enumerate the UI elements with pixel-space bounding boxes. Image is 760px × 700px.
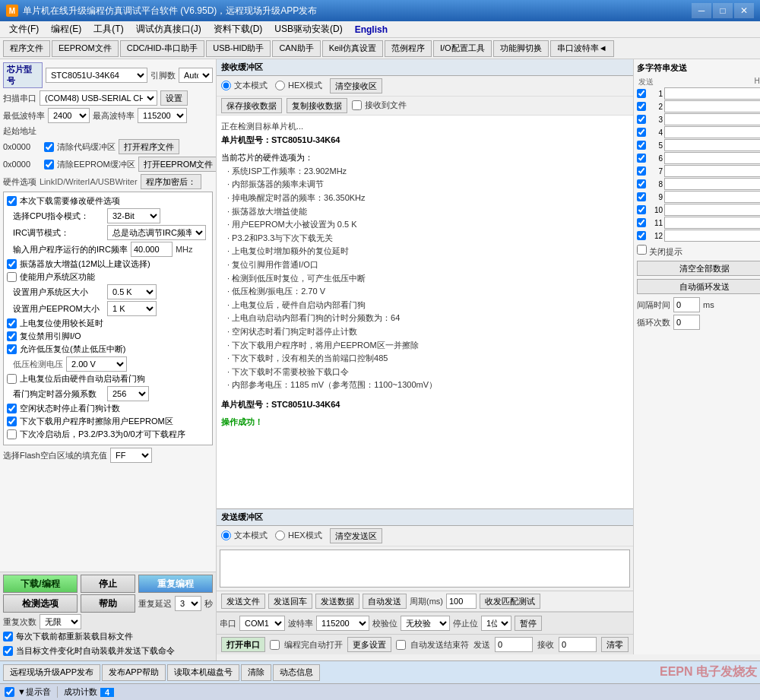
pause-button[interactable]: 暂停 <box>515 616 542 631</box>
multi-row-check[interactable] <box>637 154 646 163</box>
toolbar-keil[interactable]: Keil仿真设置 <box>322 40 383 57</box>
menu-program[interactable]: 编程(E) <box>45 21 87 37</box>
tab-remote-upgrade[interactable]: 远程现场升级APP发布 <box>3 664 100 681</box>
send-textarea[interactable] <box>220 550 630 588</box>
open-port-button[interactable]: 打开串口 <box>221 637 265 652</box>
send-data-button[interactable]: 发送数据 <box>315 594 359 609</box>
multi-row-input[interactable] <box>664 87 760 100</box>
watchdog-check[interactable] <box>7 374 17 384</box>
send-hex-radio[interactable] <box>275 531 285 540</box>
menu-file[interactable]: 文件(F) <box>3 21 45 37</box>
low-volt-select[interactable]: 2.00 V <box>66 356 127 372</box>
close-hint-check[interactable] <box>637 245 647 255</box>
chip-type-select[interactable]: STC8051U-34K64 <box>46 68 147 83</box>
recv-to-file-check[interactable] <box>352 100 362 110</box>
hw-options-check[interactable] <box>7 196 17 206</box>
multi-row-input[interactable] <box>664 217 760 229</box>
multi-row-check[interactable] <box>637 141 646 150</box>
irc-mode-select[interactable]: 总是动态调节IRC频率 <box>107 225 206 240</box>
tab-disk-id[interactable]: 读取本机磁盘号 <box>167 664 239 681</box>
min-baud-select[interactable]: 2400 <box>48 108 90 123</box>
help-button[interactable]: 帮助 <box>81 594 135 613</box>
auto-send-end-check[interactable] <box>396 640 406 650</box>
check-select[interactable]: 无校验 <box>401 616 450 631</box>
reset-fi-o-check[interactable] <box>7 331 17 341</box>
pilot-select[interactable]: Auto <box>179 68 213 83</box>
clear-send-button[interactable]: 清空发送区 <box>330 528 382 543</box>
watchdog-freq-select[interactable]: 256 <box>107 386 149 401</box>
stop-select[interactable]: 1位 <box>481 616 511 631</box>
multi-row-input[interactable] <box>664 152 760 164</box>
sys-size-select[interactable]: 0.5 K <box>107 284 157 299</box>
idle-stop-check[interactable] <box>7 404 17 413</box>
tab-publish-help[interactable]: 发布APP帮助 <box>102 664 166 681</box>
multi-row-check[interactable] <box>637 192 646 201</box>
send-text-radio[interactable] <box>221 531 231 540</box>
multi-row-check[interactable] <box>637 205 646 214</box>
multi-row-input[interactable] <box>664 165 760 177</box>
reprogram-button[interactable]: 重复编程 <box>138 575 213 593</box>
save-recv-button[interactable]: 保存接收数据 <box>221 98 282 113</box>
toolbar-usb-hid[interactable]: USB-HID助手 <box>206 40 271 57</box>
clear-recv-button[interactable]: 清空接收区 <box>330 78 382 93</box>
auto-send-button[interactable]: 自动发送 <box>363 594 407 609</box>
menu-english[interactable]: English <box>349 23 394 36</box>
irc-freq-input[interactable] <box>131 242 173 257</box>
period-input[interactable] <box>446 594 477 609</box>
open-prog-button[interactable]: 打开程序文件 <box>119 139 179 154</box>
multi-row-input[interactable] <box>664 100 760 112</box>
multi-row-check[interactable] <box>637 128 646 137</box>
multi-row-check[interactable] <box>637 179 646 188</box>
multi-row-input[interactable] <box>664 126 760 138</box>
multi-row-input[interactable] <box>664 230 760 242</box>
encrypt-button[interactable]: 程序加密后： <box>141 174 201 189</box>
dl-eeprom-check[interactable] <box>7 417 17 426</box>
clear-code-check[interactable] <box>44 142 54 152</box>
toolbar-io-config[interactable]: I/O配置工具 <box>433 40 492 57</box>
tab-clear[interactable]: 清除 <box>241 664 271 681</box>
more-settings-button[interactable]: 更多设置 <box>347 637 391 652</box>
multi-row-check[interactable] <box>637 231 646 240</box>
clear-eeprom-check[interactable] <box>44 160 54 169</box>
close-button[interactable]: ✕ <box>734 3 754 18</box>
multi-row-input[interactable] <box>664 191 760 203</box>
copy-recv-button[interactable]: 复制接收数据 <box>287 98 347 113</box>
multi-row-check[interactable] <box>637 218 646 227</box>
low-volt-check[interactable] <box>7 344 17 354</box>
auto-loop-button[interactable]: 自动循环发送 <box>637 279 760 294</box>
toolbar-eeprom-file[interactable]: EEPROM文件 <box>52 40 119 57</box>
scan-port-select[interactable]: (COM48) USB-SERIAL CH340 <box>40 90 157 106</box>
stop-button[interactable]: 停止 <box>81 575 135 593</box>
menu-usb[interactable]: USB驱动安装(D) <box>268 21 348 37</box>
loop-count-input[interactable] <box>673 315 700 330</box>
clear-count-button[interactable]: 清零 <box>601 637 629 652</box>
tab-dynamic[interactable]: 动态信息 <box>273 664 320 681</box>
oscillator-check[interactable] <box>7 259 17 269</box>
minimize-button[interactable]: ─ <box>692 3 711 18</box>
multi-row-input[interactable] <box>664 139 760 151</box>
menu-tools[interactable]: 工具(T) <box>87 21 129 37</box>
multi-row-check[interactable] <box>637 89 646 98</box>
cpu-mode-select[interactable]: 32-Bit <box>107 208 160 223</box>
repeat-count-select[interactable]: 无限 <box>40 614 81 629</box>
clear-all-button[interactable]: 清空全部数据 <box>637 261 760 276</box>
auto-download-check[interactable] <box>3 646 13 656</box>
flash-fill-select[interactable]: FF <box>110 448 152 463</box>
check-button[interactable]: 检测选项 <box>3 594 78 613</box>
toolbar-func-switch[interactable]: 功能脚切换 <box>493 40 549 57</box>
menu-debug[interactable]: 调试仿真接口(J) <box>130 21 207 37</box>
toolbar-can[interactable]: CAN助手 <box>272 40 320 57</box>
toolbar-examples[interactable]: 范例程序 <box>385 40 432 57</box>
toolbar-cdc-hid[interactable]: CDC/HID-串口助手 <box>120 40 205 57</box>
menu-download[interactable]: 资料下载(D) <box>207 21 269 37</box>
sysclock-check[interactable] <box>7 272 17 282</box>
port-select[interactable]: COM1 <box>239 616 285 631</box>
interval-input[interactable] <box>673 297 700 312</box>
download-button[interactable]: 下载/编程 <box>3 575 78 593</box>
multi-row-input[interactable] <box>664 178 760 190</box>
hint-check[interactable] <box>5 687 14 697</box>
load-before-check[interactable] <box>3 632 13 641</box>
max-baud-select[interactable]: 115200 <box>138 108 187 123</box>
multi-row-check[interactable] <box>637 102 646 111</box>
baud-select[interactable]: 115200 <box>316 616 369 631</box>
